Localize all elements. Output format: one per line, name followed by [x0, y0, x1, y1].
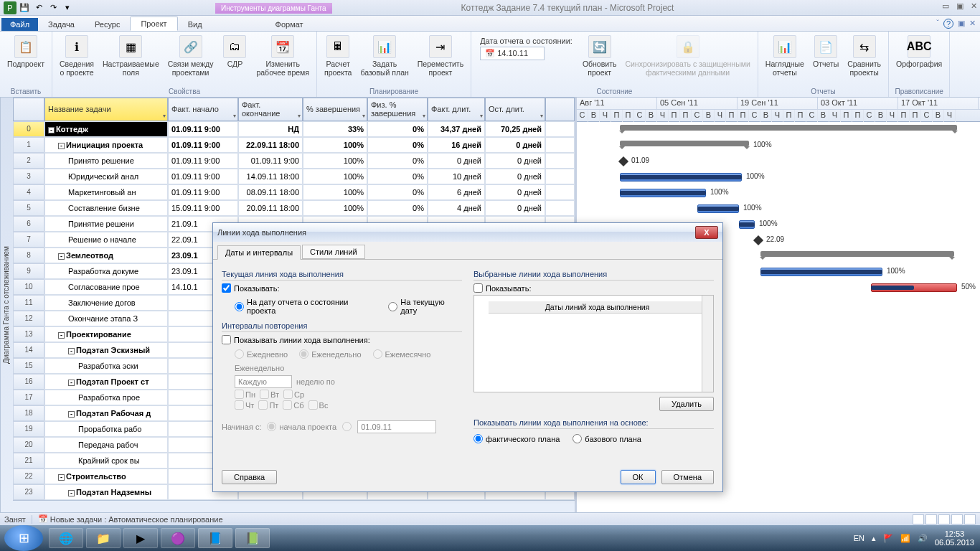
section-based-on: Показывать линии хода выполнения на осно… [473, 418, 714, 429]
taskbar-project[interactable]: 📗 [235, 528, 270, 548]
tab-resource[interactable]: Ресурс [85, 18, 130, 31]
wbs-button[interactable]: 🗂СДР [219, 34, 250, 70]
window-controls: ▭ ▣ ✕ [942, 1, 977, 11]
group-properties-label: Свойства [57, 87, 312, 96]
links-button[interactable]: 🔗Связи между проектами [165, 34, 217, 78]
ok-button[interactable]: ОК [621, 470, 656, 484]
status-date-picker[interactable]: 📅 14.10.11 [480, 47, 545, 60]
abc-icon: ABC [908, 35, 930, 58]
taskbar-media[interactable]: ▶ [123, 528, 158, 548]
tab-view[interactable]: Вид [178, 18, 212, 31]
compare-button[interactable]: ⇆Сравнить проекты [844, 34, 884, 78]
table-row[interactable]: 2Принято решение01.09.11 9:0001.09.11 9:… [13, 153, 575, 169]
weekly-subheader: Еженедельно [235, 364, 462, 372]
view-sidebar[interactable]: Диаграмма Ганта с отслеживанием [0, 98, 13, 512]
dialog-titlebar[interactable]: Линии хода выполнения X [213, 223, 722, 242]
save-icon[interactable]: 💾 [18, 1, 31, 14]
col-actdur[interactable]: Факт. длит.▾ [428, 98, 485, 121]
sheet-hscroll[interactable] [13, 500, 575, 512]
day-fri: Пт [258, 400, 278, 410]
cancel-button[interactable]: Отмена [661, 470, 714, 484]
taskbar-word[interactable]: 📘 [198, 528, 232, 548]
system-tray[interactable]: EN ▴ 🚩 📶 🔊 12:5306.05.2013 [854, 529, 980, 547]
tab-task[interactable]: Задача [38, 18, 85, 31]
window-close-icon[interactable]: ✕ [969, 19, 976, 29]
show-interval-checkbox[interactable]: Показывать линии хода выполнения: [222, 335, 462, 344]
tab-file[interactable]: Файл [1, 18, 38, 31]
spelling-button[interactable]: ABCОрфография [893, 34, 945, 70]
move-project-button[interactable]: ⇥Переместить проект [415, 34, 466, 78]
radio-status-date[interactable]: На дату отчета о состоянии проекта [235, 298, 377, 315]
table-row[interactable]: 1-Инициация проекта01.09.11 9:0022.09.11… [13, 137, 575, 153]
redo-icon[interactable]: ↷ [47, 1, 60, 14]
col-extra[interactable] [545, 98, 575, 121]
lang-indicator[interactable]: EN [854, 534, 864, 542]
col-phys[interactable]: Физ. % завершения▾ [367, 98, 428, 121]
tab-line-styles[interactable]: Стили линий [302, 245, 365, 259]
update-icon: 🔄 [588, 35, 611, 58]
minimize-icon[interactable]: ▭ [942, 1, 949, 11]
show-current-checkbox[interactable]: Показывать: [222, 283, 462, 293]
custom-fields-button[interactable]: ▦Настраиваемые поля [100, 34, 162, 78]
visual-reports-button[interactable]: 📊Наглядные отчеты [763, 34, 807, 78]
tray-flag-icon[interactable]: 🚩 [883, 534, 893, 543]
taskbar-explorer[interactable]: 📁 [86, 528, 121, 548]
corner-cell[interactable] [13, 98, 44, 121]
window-restore-icon[interactable]: ▣ [958, 19, 965, 29]
progress-lines-dialog: Линии хода выполнения X Даты и интервалы… [212, 222, 723, 492]
table-row[interactable]: 4Маркетинговый ан01.09.11 9:0008.09.11 1… [13, 184, 575, 200]
subproject-button[interactable]: 📋Подпроект [4, 34, 47, 70]
delete-button[interactable]: Удалить [659, 397, 714, 411]
radio-weekly: Еженедельно [299, 349, 361, 359]
every-combo: Каждую [235, 375, 292, 388]
tab-format[interactable]: Формат [265, 18, 314, 31]
col-pct[interactable]: % завершения▾ [303, 98, 367, 121]
show-selected-checkbox[interactable]: Показывать: [473, 283, 714, 293]
tray-volume-icon[interactable]: 🔊 [918, 534, 928, 543]
radio-today[interactable]: На текущую дату [388, 298, 462, 315]
table-row[interactable]: 3Юридический анал01.09.11 9:0014.09.11 1… [13, 169, 575, 184]
ribbon-minimize-icon[interactable]: ˇ [936, 19, 939, 29]
baseline-button[interactable]: 📊Задать базовый план [357, 34, 411, 78]
taskbar-ie[interactable]: 🌐 [49, 528, 83, 548]
calc-button[interactable]: 🖩Расчет проекта [321, 34, 354, 78]
tray-network-icon[interactable]: 📶 [900, 534, 910, 543]
help-button[interactable]: Справка [222, 470, 277, 484]
table-row[interactable]: 5Составление бизне15.09.11 9:0020.09.11 … [13, 200, 575, 216]
maximize-icon[interactable]: ▣ [956, 1, 963, 11]
status-ready: Занят [4, 515, 26, 524]
taskbar-app1[interactable]: 🟣 [161, 528, 195, 548]
tray-chevron-icon[interactable]: ▴ [872, 534, 876, 543]
start-button[interactable]: ⊞ [4, 525, 43, 551]
group-insert-label: Вставить [4, 87, 47, 96]
chart-icon: 📊 [773, 35, 796, 58]
listbox-scrollbar[interactable] [702, 296, 713, 392]
worktime-button[interactable]: 📆Изменить рабочее время [253, 34, 312, 78]
tab-project[interactable]: Проект [130, 17, 177, 31]
undo-icon[interactable]: ↶ [32, 1, 45, 14]
reports-button[interactable]: 📄Отчеты [810, 34, 842, 70]
radio-actual-plan[interactable]: фактического плана [473, 434, 560, 443]
radio-baseline-plan[interactable]: базового плана [573, 434, 641, 443]
dialog-close-button[interactable]: X [695, 226, 718, 239]
col-actfinish[interactable]: Факт. окончание▾ [238, 98, 303, 121]
qat-dropdown-icon[interactable]: ▾ [61, 1, 74, 14]
update-project-button[interactable]: 🔄Обновить проект [580, 34, 620, 78]
table-row[interactable]: 0-Коттедж01.09.11 9:00НД33%0%34,37 дней7… [13, 121, 575, 137]
help-icon[interactable]: ? [943, 19, 953, 29]
radio-daily: Ежедневно [235, 349, 288, 359]
dates-listbox[interactable]: Даты линий хода выполнения [473, 295, 714, 392]
timescale: Авг '1105 Сен '1119 Сен '1103 Окт '1117 … [577, 98, 980, 122]
days-row-1: Пн Вт Ср [235, 390, 462, 399]
close-icon[interactable]: ✕ [971, 1, 977, 11]
project-info-button[interactable]: ℹСведения о проекте [57, 34, 97, 78]
col-remdur[interactable]: Ост. длит.▾ [485, 98, 545, 121]
tray-clock[interactable]: 12:5306.05.2013 [935, 529, 974, 547]
calendar-icon: 📆 [271, 35, 294, 58]
col-taskname[interactable]: Название задачи▾ [44, 98, 168, 121]
col-actstart[interactable]: Факт. начало▾ [168, 98, 238, 121]
tab-dates-intervals[interactable]: Даты и интервалы [217, 245, 301, 260]
group-plan-label: Планирование [321, 87, 466, 96]
radio-start-date [342, 422, 352, 431]
view-buttons[interactable] [913, 514, 976, 524]
